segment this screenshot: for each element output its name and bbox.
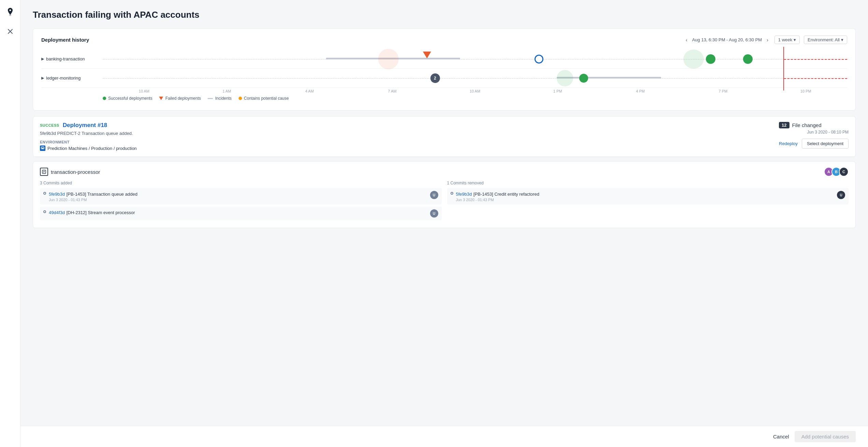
commit-item-1: 5fe9b3d [PB-1453] Transaction queue adde… xyxy=(40,188,442,205)
commit-avatar-removed-1: U xyxy=(837,191,845,199)
avatar-3: C xyxy=(839,167,849,177)
chart-row-banking: ▶ banking-transaction xyxy=(41,50,847,69)
avatars-group: A B C xyxy=(824,167,849,177)
svg-point-0 xyxy=(9,14,11,16)
legend-successful: Successful deployments xyxy=(103,96,152,101)
commit-hash-removed-1[interactable]: 5fe9b3d xyxy=(456,192,472,197)
repo-header: transaction-processor A B C xyxy=(40,167,849,177)
chart-area-ledger: 2 xyxy=(103,69,847,88)
action-buttons: Redeploy Select deployment xyxy=(779,139,849,149)
main-content: Transaction failing with APAC accounts D… xyxy=(20,0,868,447)
row-label-ledger: ledger-monitoring xyxy=(46,75,81,81)
deployment-card-left: SUCCESS Deployment #18 5fe9b3d PREDICT-2… xyxy=(40,122,779,151)
chart-row-ledger: ▶ ledger-monitoring 2 xyxy=(41,69,847,88)
time-label-1: 10 AM xyxy=(103,89,185,93)
repo-icon xyxy=(40,168,48,176)
deployment-history-section: Deployment history ‹ Aug 13, 6:30 PM - A… xyxy=(33,28,856,111)
commit-item-2: 49d4f3d [DH-2312] Stream event processor… xyxy=(40,207,442,220)
date-range-text: Aug 13, 6:30 PM - Aug 20, 6:30 PM xyxy=(692,37,762,42)
expand-arrow-ledger: ▶ xyxy=(41,76,44,80)
chart-row-label-banking[interactable]: ▶ banking-transaction xyxy=(41,56,103,61)
page-title: Transaction failing with APAC accounts xyxy=(33,10,856,20)
prev-arrow[interactable]: ‹ xyxy=(684,37,689,43)
chart-rows: ▶ banking-transaction xyxy=(41,50,847,88)
file-count: 12 xyxy=(779,122,789,128)
commit-info-1: 5fe9b3d [PB-1453] Transaction queue adde… xyxy=(49,191,427,202)
time-axis: 10 AM 1 AM 4 AM 7 AM 10 AM 1 PM 4 PM 7 P… xyxy=(41,89,847,93)
add-potential-causes-button[interactable]: Add potential causes xyxy=(795,431,856,442)
commit-message-1: [PB-1453] Transaction queue added xyxy=(66,192,137,197)
commits-removed-title: 1 Commits removed xyxy=(447,181,849,185)
section-header: Deployment history ‹ Aug 13, 6:30 PM - A… xyxy=(41,36,847,44)
header-controls: ‹ Aug 13, 6:30 PM - Aug 20, 6:30 PM › 1 … xyxy=(684,36,847,44)
close-icon[interactable] xyxy=(5,26,16,37)
failed-triangle xyxy=(159,97,163,100)
commits-added-col: 3 Commits added 5fe9b3d [PB-1453] Transa… xyxy=(40,181,442,222)
environment-label: Environment xyxy=(40,140,779,144)
expand-arrow: ▶ xyxy=(41,57,44,61)
redeploy-button[interactable]: Redeploy xyxy=(779,141,798,146)
chevron-down-icon: ▾ xyxy=(841,37,843,42)
commit-date-removed-1: Jun 3 2020 - 01:43 PM xyxy=(456,198,835,202)
footer-bar: Cancel Add potential causes xyxy=(20,426,868,447)
legend-incidents: Incidents xyxy=(208,96,231,101)
svg-rect-2 xyxy=(42,148,43,149)
repo-section: transaction-processor A B C 3 Commits ad… xyxy=(33,161,856,228)
commit-info-removed-1: 5fe9b3d [PB-1453] Credit entity refactor… xyxy=(456,191,835,202)
commit-dot-removed-1 xyxy=(451,192,453,195)
chart-container: ▶ banking-transaction xyxy=(41,50,847,101)
potential-cause-dot xyxy=(239,97,242,100)
commit-date-1: Jun 3 2020 - 01:43 PM xyxy=(49,198,427,202)
legend: Successful deployments Failed deployment… xyxy=(41,96,847,101)
chart-area-banking xyxy=(103,50,847,69)
file-changed-badge: 12 File changed xyxy=(779,122,849,128)
deployment-date-info: Jun 3 2020 - 08:10 PM xyxy=(779,130,849,135)
deployment-card: SUCCESS Deployment #18 5fe9b3d PREDICT-2… xyxy=(33,116,856,157)
commits-grid: 3 Commits added 5fe9b3d [PB-1453] Transa… xyxy=(40,181,849,222)
file-changed-text: File changed xyxy=(792,122,822,128)
commit-hash-1[interactable]: 5fe9b3d xyxy=(49,192,65,197)
legend-label-failed: Failed deployments xyxy=(165,96,201,101)
row-label: banking-transaction xyxy=(46,56,85,61)
commit-hash-2[interactable]: 49d4f3d xyxy=(49,210,65,215)
commit-message-removed-1: [PB-1453] Credit entity refactored xyxy=(473,192,539,197)
commit-item-removed-1: 5fe9b3d [PB-1453] Credit entity refactor… xyxy=(447,188,849,205)
repo-name-text: transaction-processor xyxy=(51,169,100,175)
commit-dot-2 xyxy=(43,210,46,213)
legend-failed: Failed deployments xyxy=(159,96,201,101)
chevron-down-icon: ▾ xyxy=(794,37,796,42)
time-label-3: 4 AM xyxy=(268,89,351,93)
section-title: Deployment history xyxy=(41,37,89,43)
cancel-button[interactable]: Cancel xyxy=(773,434,789,439)
time-label-7: 4 PM xyxy=(599,89,682,93)
time-label-4: 7 AM xyxy=(351,89,433,93)
sidebar xyxy=(0,0,20,447)
legend-label-successful: Successful deployments xyxy=(108,96,152,101)
environment-value: Prediction Machines / Production / produ… xyxy=(40,145,779,151)
deployment-subtitle: 5fe9b3d PREDICT-2 Transaction queue adde… xyxy=(40,131,779,136)
commits-removed-col: 1 Commits removed 5fe9b3d [PB-1453] Cred… xyxy=(447,181,849,222)
time-label-6: 1 PM xyxy=(516,89,599,93)
deployment-title[interactable]: Deployment #18 xyxy=(63,122,107,129)
commits-added-title: 3 Commits added xyxy=(40,181,442,185)
environment-path: Prediction Machines / Production / produ… xyxy=(47,146,137,151)
env-icon xyxy=(40,145,45,151)
status-badge: SUCCESS xyxy=(40,123,59,127)
next-arrow[interactable]: › xyxy=(765,37,770,43)
time-label-5: 10 AM xyxy=(433,89,516,93)
deployment-title-row: SUCCESS Deployment #18 xyxy=(40,122,779,129)
commit-message-2: [DH-2312] Stream event processor xyxy=(66,210,135,215)
legend-label-potential-cause: Contains potential cause xyxy=(244,96,289,101)
period-dropdown[interactable]: 1 week ▾ xyxy=(774,36,800,44)
location-pin-icon[interactable] xyxy=(5,7,16,18)
environment-dropdown[interactable]: Environment: All ▾ xyxy=(804,36,847,44)
chart-row-label-ledger[interactable]: ▶ ledger-monitoring xyxy=(41,75,103,81)
time-label-8: 7 PM xyxy=(682,89,764,93)
commit-avatar-2: U xyxy=(430,209,438,218)
date-range: ‹ Aug 13, 6:30 PM - Aug 20, 6:30 PM › xyxy=(684,37,770,43)
successful-dot xyxy=(103,97,106,100)
commit-dot-1 xyxy=(43,192,46,195)
time-label-2: 1 AM xyxy=(185,89,268,93)
select-deployment-button[interactable]: Select deployment xyxy=(802,139,849,149)
commit-info-2: 49d4f3d [DH-2312] Stream event processor xyxy=(49,209,427,215)
